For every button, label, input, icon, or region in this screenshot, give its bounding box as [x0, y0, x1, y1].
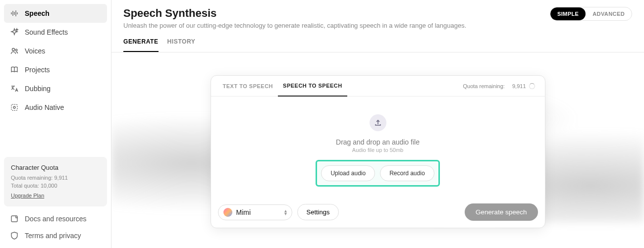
svg-point-1: [15, 49, 17, 51]
sidebar-item-label: Dubbing: [25, 85, 51, 93]
footer-terms[interactable]: Terms and privacy: [4, 227, 107, 244]
voice-select[interactable]: Mimi ▴▾: [218, 204, 292, 220]
voice-name: Mimi: [236, 208, 251, 216]
mode-simple[interactable]: SIMPLE: [550, 7, 586, 20]
sidebar-item-label: Voices: [25, 47, 45, 55]
main: Speech Synthesis Unleash the power of ou…: [111, 0, 644, 248]
highlighted-buttons: Upload audio Record audio: [316, 160, 439, 187]
upload-icon: [370, 114, 386, 131]
drop-sub: Audio file up to 50mb: [221, 147, 535, 153]
sidebar: Speech Sound Effects Voices Projects Dub…: [0, 0, 111, 248]
sidebar-item-voices[interactable]: Voices: [4, 42, 107, 60]
card-tab-sts[interactable]: SPEECH TO SPEECH: [278, 76, 347, 97]
upload-audio-button[interactable]: Upload audio: [321, 165, 375, 181]
page-subtitle: Unleash the power of our cutting-edge te…: [123, 22, 466, 29]
footer-link-label: Terms and privacy: [25, 232, 81, 240]
settings-button[interactable]: Settings: [297, 204, 339, 220]
mode-advanced[interactable]: ADVANCED: [586, 7, 632, 20]
sidebar-item-label: Projects: [25, 66, 50, 74]
chevron-updown-icon: ▴▾: [284, 209, 287, 215]
footer-docs[interactable]: Docs and resources: [4, 210, 107, 227]
svg-rect-4: [11, 216, 17, 222]
record-audio-button[interactable]: Record audio: [380, 165, 434, 181]
sidebar-item-label: Audio Native: [25, 103, 64, 111]
tab-history[interactable]: HISTORY: [167, 38, 196, 52]
sidebar-item-speech[interactable]: Speech: [4, 4, 107, 23]
embed-icon: [10, 103, 19, 112]
book-icon: [10, 65, 19, 74]
doc-icon: [10, 214, 19, 223]
quota-box: Character Quota Quota remaining: 9,911 T…: [4, 157, 107, 206]
waveform-icon: [10, 9, 19, 18]
sidebar-item-sound-effects[interactable]: Sound Effects: [4, 23, 107, 42]
sidebar-item-label: Speech: [25, 9, 50, 17]
sidebar-item-dubbing[interactable]: Dubbing: [4, 79, 107, 98]
dropzone[interactable]: Drag and drop an audio file Audio file u…: [211, 97, 545, 197]
drop-title: Drag and drop an audio file: [221, 138, 535, 146]
page-title: Speech Synthesis: [123, 7, 466, 20]
svg-rect-2: [11, 104, 17, 110]
upgrade-plan-link[interactable]: Upgrade Plan: [11, 193, 44, 198]
translate-icon: [10, 84, 19, 93]
mode-toggle: SIMPLE ADVANCED: [550, 7, 632, 21]
sidebar-item-audio-native[interactable]: Audio Native: [4, 98, 107, 117]
card-tab-tts[interactable]: TEXT TO SPEECH: [218, 76, 278, 96]
voice-avatar-icon: [223, 208, 232, 217]
sidebar-item-projects[interactable]: Projects: [4, 60, 107, 79]
generator-card: TEXT TO SPEECH SPEECH TO SPEECH Quota re…: [211, 75, 545, 228]
shield-icon: [10, 231, 19, 240]
svg-point-3: [13, 106, 15, 108]
spinner-icon: [529, 83, 535, 89]
tab-generate[interactable]: GENERATE: [123, 38, 159, 52]
people-icon: [10, 47, 19, 55]
sparkle-icon: [10, 28, 19, 37]
generate-speech-button[interactable]: Generate speech: [465, 203, 538, 221]
footer-link-label: Docs and resources: [25, 215, 87, 223]
svg-point-0: [12, 49, 15, 51]
quota-title: Character Quota: [11, 164, 100, 171]
sidebar-item-label: Sound Effects: [25, 28, 68, 36]
card-quota: Quota remaining: 9,911: [463, 83, 538, 89]
